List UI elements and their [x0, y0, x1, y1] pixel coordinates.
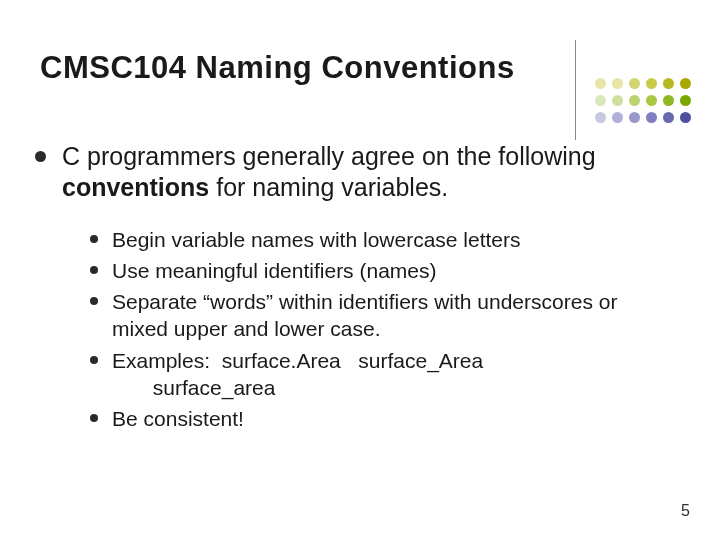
bullet-icon	[90, 356, 98, 364]
decoration-dot	[629, 78, 640, 89]
decoration-line	[575, 40, 576, 140]
list-item-text: Use meaningful identifiers (names)	[112, 257, 436, 284]
main-bullet-item: C programmers generally agree on the fol…	[35, 141, 670, 204]
decoration-dot	[629, 112, 640, 123]
bullet-icon	[90, 266, 98, 274]
intro-before: C programmers generally agree on the fol…	[62, 142, 596, 170]
decoration-dot	[646, 78, 657, 89]
decoration-dot	[663, 95, 674, 106]
intro-text: C programmers generally agree on the fol…	[62, 141, 670, 204]
corner-decoration	[570, 40, 700, 140]
intro-after: for naming variables.	[209, 173, 448, 201]
decoration-dot	[612, 112, 623, 123]
decoration-dot	[595, 78, 606, 89]
decoration-dot	[612, 95, 623, 106]
bullet-icon	[90, 414, 98, 422]
bullet-icon	[90, 297, 98, 305]
decoration-dot	[595, 95, 606, 106]
list-item: Examples: surface.Area surface_Area surf…	[90, 347, 670, 402]
sub-bullet-list: Begin variable names with lowercase lett…	[35, 226, 670, 433]
dot-grid	[595, 78, 694, 126]
page-number: 5	[681, 502, 690, 520]
list-item-text: Begin variable names with lowercase lett…	[112, 226, 521, 253]
decoration-dot	[663, 78, 674, 89]
list-item-text: Examples: surface.Area surface_Area surf…	[112, 347, 483, 402]
list-item-text: Separate “words” within identifiers with…	[112, 288, 670, 343]
examples-line1: Examples: surface.Area surface_Area	[112, 349, 483, 372]
decoration-dot	[680, 112, 691, 123]
list-item: Separate “words” within identifiers with…	[90, 288, 670, 343]
examples-line2: surface_area	[112, 376, 275, 399]
list-item: Begin variable names with lowercase lett…	[90, 226, 670, 253]
decoration-dot	[663, 112, 674, 123]
decoration-dot	[646, 112, 657, 123]
bullet-icon	[35, 151, 46, 162]
decoration-dot	[680, 78, 691, 89]
decoration-dot	[629, 95, 640, 106]
decoration-dot	[646, 95, 657, 106]
bullet-icon	[90, 235, 98, 243]
intro-bold: conventions	[62, 173, 209, 201]
decoration-dot	[595, 112, 606, 123]
list-item: Be consistent!	[90, 405, 670, 432]
decoration-dot	[680, 95, 691, 106]
decoration-dot	[612, 78, 623, 89]
list-item-text: Be consistent!	[112, 405, 244, 432]
list-item: Use meaningful identifiers (names)	[90, 257, 670, 284]
